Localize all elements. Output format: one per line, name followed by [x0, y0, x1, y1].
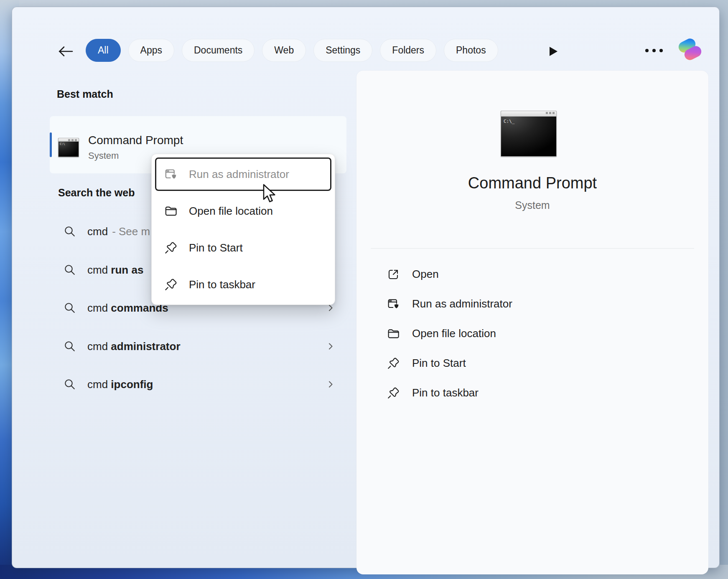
action-open[interactable]: Open [373, 259, 692, 289]
mouse-cursor [262, 184, 280, 203]
action-pin-to-taskbar[interactable]: Pin to taskbar [373, 378, 692, 408]
window-shield-icon [164, 168, 178, 181]
command-prompt-icon: C:\ [58, 138, 79, 157]
filter-tab-photos[interactable]: Photos [444, 39, 498, 62]
magnifier-icon [64, 302, 76, 314]
search-flyout-panel: All Apps Documents Web Settings Folders … [12, 7, 720, 568]
menu-item-pin-to-taskbar[interactable]: Pin to taskbar [155, 268, 331, 301]
filter-tab-all[interactable]: All [86, 39, 121, 62]
search-the-web-heading: Search the web [58, 187, 135, 199]
menu-item-run-as-administrator[interactable]: Run as administrator [155, 157, 331, 191]
magnifier-icon [64, 264, 76, 276]
open-external-icon [387, 268, 400, 281]
more-filters-button[interactable] [544, 42, 563, 61]
pushpin-icon [164, 241, 178, 255]
menu-item-label: Pin to taskbar [189, 278, 255, 291]
back-arrow-icon [58, 45, 74, 58]
action-label: Pin to Start [412, 357, 466, 370]
menu-item-label: Open file location [189, 205, 273, 218]
preview-app-type: System [356, 199, 708, 211]
web-suggestion-row[interactable]: cmd administrator [50, 328, 346, 365]
action-label: Open file location [412, 327, 496, 340]
context-menu: Run as administrator Open file location [151, 154, 335, 305]
desktop-wallpaper: All Apps Documents Web Settings Folders … [0, 0, 728, 579]
result-title: Command Prompt [88, 134, 183, 147]
filter-tab-apps[interactable]: Apps [128, 39, 174, 62]
preview-pane: C:\_ Command Prompt System Open [356, 71, 708, 574]
suggestion-text: cmd- See m [87, 225, 150, 238]
pushpin-icon [164, 278, 178, 292]
filter-tab-web[interactable]: Web [262, 39, 306, 62]
filter-tab-folders[interactable]: Folders [380, 39, 436, 62]
folder-icon [164, 204, 178, 218]
pushpin-icon [387, 357, 400, 370]
magnifier-icon [64, 378, 76, 391]
command-prompt-icon-large: C:\_ [501, 111, 557, 157]
magnifier-icon [64, 225, 76, 238]
action-label: Run as administrator [412, 297, 512, 310]
more-options-button[interactable] [641, 41, 667, 60]
pushpin-icon [387, 386, 400, 400]
menu-item-label: Run as administrator [189, 168, 289, 181]
preview-actions: Open Run as administrator [373, 259, 692, 408]
window-shield-icon [387, 297, 400, 311]
selection-accent-bar [50, 132, 52, 157]
suggestion-text: cmd administrator [87, 340, 181, 353]
menu-item-pin-to-start[interactable]: Pin to Start [155, 231, 331, 264]
play-triangle-icon [548, 46, 559, 57]
search-filter-tabs: All Apps Documents Web Settings Folders … [86, 39, 498, 62]
magnifier-icon [64, 340, 76, 353]
action-open-file-location[interactable]: Open file location [373, 319, 692, 348]
copilot-button[interactable] [675, 34, 705, 64]
chevron-right-icon[interactable] [326, 379, 336, 389]
action-label: Open [412, 268, 439, 281]
action-label: Pin to taskbar [412, 386, 479, 399]
chevron-right-icon[interactable] [326, 341, 336, 351]
filter-tab-settings[interactable]: Settings [313, 39, 372, 62]
result-subtitle: System [88, 150, 119, 161]
copilot-icon [675, 34, 705, 64]
back-button[interactable] [54, 40, 77, 63]
ellipsis-icon [645, 48, 663, 53]
best-match-heading: Best match [57, 88, 113, 100]
folder-icon [387, 327, 400, 340]
preview-app-name: Command Prompt [356, 174, 708, 192]
web-suggestion-row[interactable]: cmd ipconfig [50, 366, 346, 403]
divider [371, 248, 694, 249]
menu-item-open-file-location[interactable]: Open file location [155, 194, 331, 228]
suggestion-text: cmd ipconfig [87, 378, 153, 391]
action-pin-to-start[interactable]: Pin to Start [373, 348, 692, 378]
action-run-as-administrator[interactable]: Run as administrator [373, 289, 692, 319]
suggestion-text: cmd run as [87, 264, 143, 277]
menu-item-label: Pin to Start [189, 241, 243, 254]
filter-tab-documents[interactable]: Documents [182, 39, 255, 62]
